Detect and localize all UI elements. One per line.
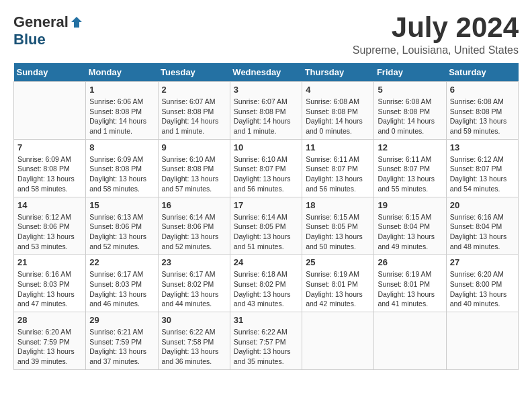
day-number: 16 bbox=[162, 200, 226, 210]
table-row: 10 Sunrise: 6:10 AM Sunset: 8:07 PM Dayl… bbox=[230, 139, 302, 197]
sunset-label: Sunset: 8:06 PM bbox=[162, 222, 214, 230]
sunrise-label: Sunrise: 6:14 AM bbox=[162, 213, 216, 221]
day-number: 2 bbox=[162, 85, 226, 95]
sunrise-label: Sunrise: 6:17 AM bbox=[162, 270, 216, 278]
daylight-label: Daylight: 13 hours and 57 minutes. bbox=[162, 175, 219, 193]
sunrise-label: Sunrise: 6:07 AM bbox=[162, 97, 216, 105]
table-row: 14 Sunrise: 6:12 AM Sunset: 8:06 PM Dayl… bbox=[14, 197, 86, 255]
sunrise-label: Sunrise: 6:08 AM bbox=[306, 97, 359, 105]
sunset-label: Sunset: 8:01 PM bbox=[306, 280, 358, 288]
day-info: Sunrise: 6:22 AM Sunset: 7:58 PM Dayligh… bbox=[162, 327, 226, 367]
logo-icon bbox=[70, 15, 83, 29]
sunrise-label: Sunrise: 6:10 AM bbox=[162, 155, 216, 163]
day-number: 6 bbox=[450, 85, 515, 95]
sunrise-label: Sunrise: 6:19 AM bbox=[378, 270, 431, 278]
day-number: 3 bbox=[234, 85, 298, 95]
day-number: 5 bbox=[378, 85, 442, 95]
sunset-label: Sunset: 8:04 PM bbox=[378, 222, 430, 230]
day-info: Sunrise: 6:19 AM Sunset: 8:01 PM Dayligh… bbox=[306, 269, 370, 309]
sunrise-label: Sunrise: 6:15 AM bbox=[378, 213, 431, 221]
sunset-label: Sunset: 8:08 PM bbox=[450, 107, 502, 116]
table-row bbox=[446, 312, 518, 370]
table-row: 1 Sunrise: 6:06 AM Sunset: 8:08 PM Dayli… bbox=[86, 82, 158, 140]
calendar-week-row: 1 Sunrise: 6:06 AM Sunset: 8:08 PM Dayli… bbox=[14, 82, 519, 140]
day-number: 18 bbox=[306, 200, 370, 210]
sunrise-label: Sunrise: 6:22 AM bbox=[162, 328, 216, 336]
sunrise-label: Sunrise: 6:12 AM bbox=[450, 155, 504, 163]
table-row: 19 Sunrise: 6:15 AM Sunset: 8:04 PM Dayl… bbox=[374, 197, 446, 255]
sunset-label: Sunset: 8:02 PM bbox=[234, 280, 286, 288]
table-row: 3 Sunrise: 6:07 AM Sunset: 8:08 PM Dayli… bbox=[230, 82, 302, 140]
day-info: Sunrise: 6:07 AM Sunset: 8:08 PM Dayligh… bbox=[234, 97, 298, 136]
day-info: Sunrise: 6:08 AM Sunset: 8:08 PM Dayligh… bbox=[306, 97, 370, 136]
day-number: 30 bbox=[162, 315, 226, 325]
daylight-label: Daylight: 13 hours and 36 minutes. bbox=[162, 347, 219, 365]
calendar-table: Sunday Monday Tuesday Wednesday Thursday… bbox=[13, 63, 519, 370]
sunset-label: Sunset: 8:01 PM bbox=[378, 280, 430, 288]
sunrise-label: Sunrise: 6:17 AM bbox=[89, 270, 143, 278]
sunrise-label: Sunrise: 6:07 AM bbox=[234, 97, 287, 105]
day-info: Sunrise: 6:09 AM Sunset: 8:08 PM Dayligh… bbox=[89, 154, 154, 194]
day-info: Sunrise: 6:07 AM Sunset: 8:08 PM Dayligh… bbox=[162, 97, 226, 136]
sunset-label: Sunset: 8:07 PM bbox=[450, 165, 502, 173]
page-header: General Blue July 2024 Supreme, Louisian… bbox=[13, 13, 519, 56]
day-info: Sunrise: 6:17 AM Sunset: 8:03 PM Dayligh… bbox=[89, 269, 154, 309]
day-info: Sunrise: 6:18 AM Sunset: 8:02 PM Dayligh… bbox=[234, 269, 298, 309]
day-info: Sunrise: 6:13 AM Sunset: 8:06 PM Dayligh… bbox=[89, 212, 154, 252]
day-number: 12 bbox=[378, 142, 442, 152]
day-info: Sunrise: 6:06 AM Sunset: 8:08 PM Dayligh… bbox=[89, 97, 154, 136]
sunrise-label: Sunrise: 6:20 AM bbox=[450, 270, 504, 278]
sunrise-label: Sunrise: 6:09 AM bbox=[17, 155, 71, 163]
sunset-label: Sunset: 8:07 PM bbox=[234, 165, 286, 173]
sunset-label: Sunset: 8:08 PM bbox=[162, 165, 214, 173]
sunrise-label: Sunrise: 6:21 AM bbox=[89, 328, 143, 336]
daylight-label: Daylight: 13 hours and 51 minutes. bbox=[234, 232, 291, 250]
table-row: 5 Sunrise: 6:08 AM Sunset: 8:08 PM Dayli… bbox=[374, 82, 446, 140]
table-row: 8 Sunrise: 6:09 AM Sunset: 8:08 PM Dayli… bbox=[86, 139, 158, 197]
table-row: 18 Sunrise: 6:15 AM Sunset: 8:05 PM Dayl… bbox=[302, 197, 374, 255]
day-info: Sunrise: 6:16 AM Sunset: 8:03 PM Dayligh… bbox=[17, 269, 82, 309]
table-row: 6 Sunrise: 6:08 AM Sunset: 8:08 PM Dayli… bbox=[446, 82, 518, 140]
day-number: 20 bbox=[450, 200, 515, 210]
day-info: Sunrise: 6:15 AM Sunset: 8:05 PM Dayligh… bbox=[306, 212, 370, 252]
daylight-label: Daylight: 13 hours and 56 minutes. bbox=[234, 175, 291, 193]
daylight-label: Daylight: 13 hours and 41 minutes. bbox=[378, 290, 435, 308]
sunrise-label: Sunrise: 6:18 AM bbox=[234, 270, 287, 278]
day-info: Sunrise: 6:15 AM Sunset: 8:04 PM Dayligh… bbox=[378, 212, 442, 252]
day-info: Sunrise: 6:22 AM Sunset: 7:57 PM Dayligh… bbox=[234, 327, 298, 367]
sunrise-label: Sunrise: 6:10 AM bbox=[234, 155, 287, 163]
sunset-label: Sunset: 7:58 PM bbox=[162, 338, 214, 346]
day-info: Sunrise: 6:12 AM Sunset: 8:07 PM Dayligh… bbox=[450, 154, 515, 194]
table-row: 20 Sunrise: 6:16 AM Sunset: 8:04 PM Dayl… bbox=[446, 197, 518, 255]
sunrise-label: Sunrise: 6:19 AM bbox=[306, 270, 359, 278]
daylight-label: Daylight: 14 hours and 1 minute. bbox=[162, 117, 219, 135]
daylight-label: Daylight: 13 hours and 42 minutes. bbox=[306, 290, 363, 308]
col-thursday: Thursday bbox=[302, 63, 374, 82]
day-number: 4 bbox=[306, 85, 370, 95]
day-number: 27 bbox=[450, 257, 515, 267]
col-tuesday: Tuesday bbox=[158, 63, 230, 82]
daylight-label: Daylight: 13 hours and 48 minutes. bbox=[450, 232, 507, 250]
sunset-label: Sunset: 8:03 PM bbox=[89, 280, 142, 288]
day-number: 31 bbox=[234, 315, 298, 325]
sunrise-label: Sunrise: 6:12 AM bbox=[17, 213, 71, 221]
col-wednesday: Wednesday bbox=[230, 63, 302, 82]
col-friday: Friday bbox=[374, 63, 446, 82]
calendar-header-row: Sunday Monday Tuesday Wednesday Thursday… bbox=[14, 63, 519, 82]
title-block: July 2024 Supreme, Louisiana, United Sta… bbox=[353, 13, 519, 56]
daylight-label: Daylight: 13 hours and 47 minutes. bbox=[17, 290, 75, 308]
calendar-week-row: 21 Sunrise: 6:16 AM Sunset: 8:03 PM Dayl… bbox=[14, 255, 519, 312]
day-info: Sunrise: 6:11 AM Sunset: 8:07 PM Dayligh… bbox=[378, 154, 442, 194]
sunset-label: Sunset: 8:04 PM bbox=[450, 222, 502, 230]
sunset-label: Sunset: 7:59 PM bbox=[89, 338, 142, 346]
day-info: Sunrise: 6:08 AM Sunset: 8:08 PM Dayligh… bbox=[378, 97, 442, 136]
daylight-label: Daylight: 13 hours and 43 minutes. bbox=[234, 290, 291, 308]
table-row bbox=[374, 312, 446, 370]
day-number: 10 bbox=[234, 142, 298, 152]
sunset-label: Sunset: 8:07 PM bbox=[378, 165, 430, 173]
day-number: 28 bbox=[17, 315, 82, 325]
day-number: 9 bbox=[162, 142, 226, 152]
sunrise-label: Sunrise: 6:08 AM bbox=[378, 97, 431, 105]
day-number: 19 bbox=[378, 200, 442, 210]
table-row: 24 Sunrise: 6:18 AM Sunset: 8:02 PM Dayl… bbox=[230, 255, 302, 312]
